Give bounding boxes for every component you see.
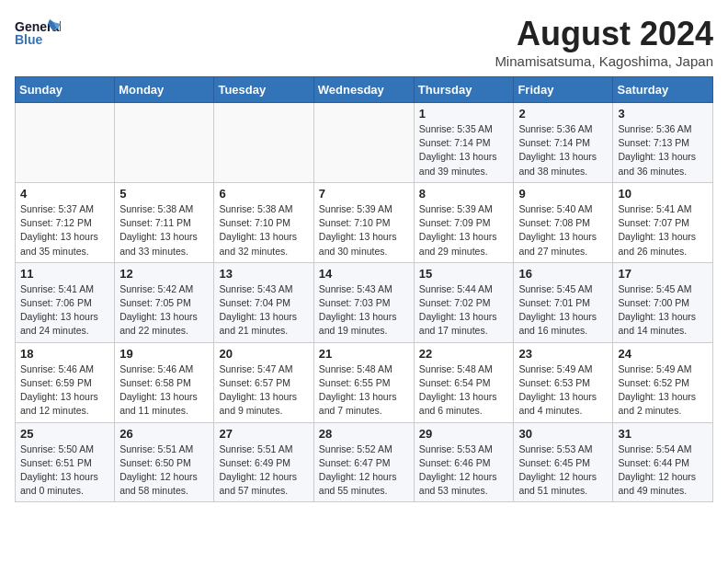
- day-number: 25: [20, 427, 109, 441]
- day-number: 4: [20, 187, 109, 201]
- calendar-cell: 17Sunrise: 5:45 AM Sunset: 7:00 PM Dayli…: [613, 262, 713, 342]
- day-info: Sunrise: 5:50 AM Sunset: 6:51 PM Dayligh…: [20, 442, 109, 499]
- day-info: Sunrise: 5:52 AM Sunset: 6:47 PM Dayligh…: [319, 442, 409, 499]
- day-number: 27: [219, 427, 308, 441]
- header-saturday: Saturday: [613, 77, 713, 103]
- header-friday: Friday: [514, 77, 613, 103]
- location-subtitle: Minamisatsuma, Kagoshima, Japan: [495, 53, 713, 69]
- calendar-cell: 18Sunrise: 5:46 AM Sunset: 6:59 PM Dayli…: [16, 342, 115, 422]
- day-number: 7: [319, 187, 409, 201]
- calendar-cell: 16Sunrise: 5:45 AM Sunset: 7:01 PM Dayli…: [514, 262, 613, 342]
- calendar-cell: 31Sunrise: 5:54 AM Sunset: 6:44 PM Dayli…: [613, 422, 713, 502]
- calendar-week-row: 1Sunrise: 5:35 AM Sunset: 7:14 PM Daylig…: [16, 103, 713, 183]
- day-number: 23: [518, 347, 608, 361]
- day-number: 28: [319, 427, 409, 441]
- calendar-cell: 3Sunrise: 5:36 AM Sunset: 7:13 PM Daylig…: [613, 103, 713, 183]
- day-info: Sunrise: 5:49 AM Sunset: 6:52 PM Dayligh…: [618, 362, 708, 419]
- day-number: 24: [618, 347, 708, 361]
- day-number: 31: [618, 427, 708, 441]
- calendar-cell: [214, 103, 313, 183]
- calendar-cell: 29Sunrise: 5:53 AM Sunset: 6:46 PM Dayli…: [414, 422, 514, 502]
- calendar-week-row: 18Sunrise: 5:46 AM Sunset: 6:59 PM Dayli…: [16, 342, 713, 422]
- day-number: 30: [518, 427, 608, 441]
- day-info: Sunrise: 5:42 AM Sunset: 7:05 PM Dayligh…: [119, 282, 209, 339]
- day-number: 26: [119, 427, 209, 441]
- calendar-cell: [16, 103, 115, 183]
- calendar-cell: 15Sunrise: 5:44 AM Sunset: 7:02 PM Dayli…: [414, 262, 514, 342]
- day-info: Sunrise: 5:53 AM Sunset: 6:46 PM Dayligh…: [419, 442, 509, 499]
- calendar-cell: 6Sunrise: 5:38 AM Sunset: 7:10 PM Daylig…: [214, 182, 313, 262]
- calendar-cell: 13Sunrise: 5:43 AM Sunset: 7:04 PM Dayli…: [214, 262, 313, 342]
- calendar-cell: 28Sunrise: 5:52 AM Sunset: 6:47 PM Dayli…: [313, 422, 414, 502]
- header-tuesday: Tuesday: [214, 77, 313, 103]
- day-info: Sunrise: 5:48 AM Sunset: 6:54 PM Dayligh…: [419, 362, 509, 419]
- day-number: 12: [119, 267, 209, 281]
- logo: General Blue: [15, 15, 61, 55]
- day-number: 20: [219, 347, 308, 361]
- logo-icon: General Blue: [15, 15, 61, 52]
- day-number: 6: [219, 187, 308, 201]
- calendar-cell: 25Sunrise: 5:50 AM Sunset: 6:51 PM Dayli…: [16, 422, 115, 502]
- day-info: Sunrise: 5:35 AM Sunset: 7:14 PM Dayligh…: [419, 122, 509, 178]
- day-number: 14: [319, 267, 409, 281]
- header-thursday: Thursday: [414, 77, 514, 103]
- day-info: Sunrise: 5:39 AM Sunset: 7:09 PM Dayligh…: [419, 202, 509, 259]
- day-number: 8: [419, 187, 509, 201]
- calendar-cell: 14Sunrise: 5:43 AM Sunset: 7:03 PM Dayli…: [313, 262, 414, 342]
- calendar-cell: 9Sunrise: 5:40 AM Sunset: 7:08 PM Daylig…: [514, 182, 613, 262]
- day-info: Sunrise: 5:41 AM Sunset: 7:07 PM Dayligh…: [618, 202, 708, 259]
- day-info: Sunrise: 5:49 AM Sunset: 6:53 PM Dayligh…: [518, 362, 608, 419]
- day-info: Sunrise: 5:36 AM Sunset: 7:14 PM Dayligh…: [518, 122, 608, 178]
- calendar-header-row: Sunday Monday Tuesday Wednesday Thursday…: [16, 77, 713, 103]
- calendar-cell: 27Sunrise: 5:51 AM Sunset: 6:49 PM Dayli…: [214, 422, 313, 502]
- day-number: 19: [119, 347, 209, 361]
- day-info: Sunrise: 5:54 AM Sunset: 6:44 PM Dayligh…: [618, 442, 708, 499]
- calendar-week-row: 11Sunrise: 5:41 AM Sunset: 7:06 PM Dayli…: [16, 262, 713, 342]
- svg-text:Blue: Blue: [15, 32, 43, 47]
- calendar-cell: 30Sunrise: 5:53 AM Sunset: 6:45 PM Dayli…: [514, 422, 613, 502]
- day-number: 1: [419, 107, 509, 121]
- day-info: Sunrise: 5:53 AM Sunset: 6:45 PM Dayligh…: [518, 442, 608, 499]
- day-number: 29: [419, 427, 509, 441]
- day-number: 21: [319, 347, 409, 361]
- day-info: Sunrise: 5:36 AM Sunset: 7:13 PM Dayligh…: [618, 122, 708, 178]
- calendar-cell: 21Sunrise: 5:48 AM Sunset: 6:55 PM Dayli…: [313, 342, 414, 422]
- calendar-cell: 5Sunrise: 5:38 AM Sunset: 7:11 PM Daylig…: [115, 182, 214, 262]
- day-number: 2: [518, 107, 608, 121]
- day-info: Sunrise: 5:48 AM Sunset: 6:55 PM Dayligh…: [319, 362, 409, 419]
- calendar-cell: 11Sunrise: 5:41 AM Sunset: 7:06 PM Dayli…: [16, 262, 115, 342]
- day-info: Sunrise: 5:43 AM Sunset: 7:03 PM Dayligh…: [319, 282, 409, 339]
- day-number: 17: [618, 267, 708, 281]
- calendar-cell: 19Sunrise: 5:46 AM Sunset: 6:58 PM Dayli…: [115, 342, 214, 422]
- calendar-week-row: 4Sunrise: 5:37 AM Sunset: 7:12 PM Daylig…: [16, 182, 713, 262]
- calendar-cell: 1Sunrise: 5:35 AM Sunset: 7:14 PM Daylig…: [414, 103, 514, 183]
- day-info: Sunrise: 5:45 AM Sunset: 7:00 PM Dayligh…: [618, 282, 708, 339]
- header-sunday: Sunday: [16, 77, 115, 103]
- header-monday: Monday: [115, 77, 214, 103]
- day-info: Sunrise: 5:46 AM Sunset: 6:59 PM Dayligh…: [20, 362, 109, 419]
- day-info: Sunrise: 5:47 AM Sunset: 6:57 PM Dayligh…: [219, 362, 308, 419]
- calendar-cell: 24Sunrise: 5:49 AM Sunset: 6:52 PM Dayli…: [613, 342, 713, 422]
- calendar-week-row: 25Sunrise: 5:50 AM Sunset: 6:51 PM Dayli…: [16, 422, 713, 502]
- month-year-title: August 2024: [495, 15, 713, 53]
- day-info: Sunrise: 5:41 AM Sunset: 7:06 PM Dayligh…: [20, 282, 109, 339]
- calendar-cell: 20Sunrise: 5:47 AM Sunset: 6:57 PM Dayli…: [214, 342, 313, 422]
- page-header: General Blue August 2024 Minamisatsuma, …: [15, 15, 713, 69]
- day-info: Sunrise: 5:44 AM Sunset: 7:02 PM Dayligh…: [419, 282, 509, 339]
- day-info: Sunrise: 5:38 AM Sunset: 7:10 PM Dayligh…: [219, 202, 308, 259]
- day-info: Sunrise: 5:37 AM Sunset: 7:12 PM Dayligh…: [20, 202, 109, 259]
- calendar-cell: 10Sunrise: 5:41 AM Sunset: 7:07 PM Dayli…: [613, 182, 713, 262]
- day-number: 3: [618, 107, 708, 121]
- day-info: Sunrise: 5:46 AM Sunset: 6:58 PM Dayligh…: [119, 362, 209, 419]
- day-info: Sunrise: 5:39 AM Sunset: 7:10 PM Dayligh…: [319, 202, 409, 259]
- title-section: August 2024 Minamisatsuma, Kagoshima, Ja…: [495, 15, 713, 69]
- calendar-cell: 7Sunrise: 5:39 AM Sunset: 7:10 PM Daylig…: [313, 182, 414, 262]
- day-number: 15: [419, 267, 509, 281]
- day-number: 13: [219, 267, 308, 281]
- day-info: Sunrise: 5:38 AM Sunset: 7:11 PM Dayligh…: [119, 202, 209, 259]
- day-info: Sunrise: 5:40 AM Sunset: 7:08 PM Dayligh…: [518, 202, 608, 259]
- calendar-cell: 2Sunrise: 5:36 AM Sunset: 7:14 PM Daylig…: [514, 103, 613, 183]
- day-number: 11: [20, 267, 109, 281]
- day-info: Sunrise: 5:43 AM Sunset: 7:04 PM Dayligh…: [219, 282, 308, 339]
- calendar-cell: 12Sunrise: 5:42 AM Sunset: 7:05 PM Dayli…: [115, 262, 214, 342]
